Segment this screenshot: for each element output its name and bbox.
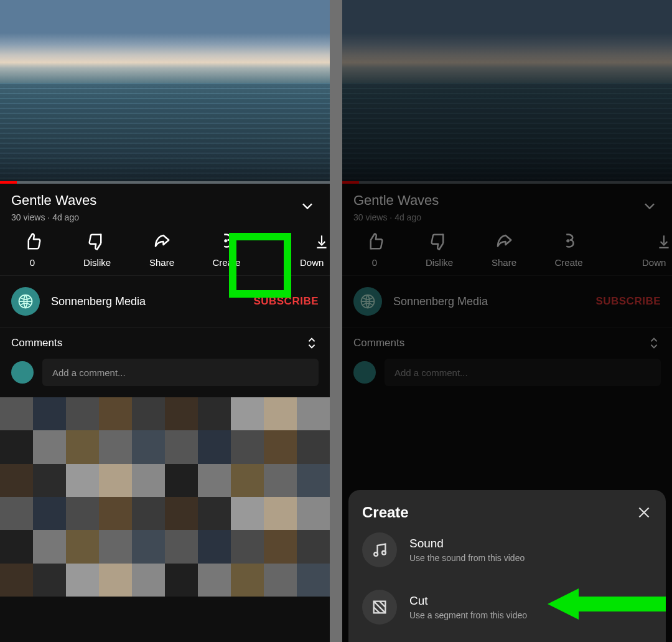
video-age: 4d ago [52,212,79,222]
phone-right: Gentle Waves 30 views · 4d ago 0 Dislike [342,0,672,642]
phone-left: Gentle Waves 30 views · 4d ago 0 Dislike [0,0,330,642]
dislike-button[interactable]: Dislike [65,231,129,268]
download-button[interactable]: Down [310,231,330,268]
create-label: Create [212,257,240,268]
channel-row[interactable]: Sonnenberg Media SUBSCRIBE [0,275,330,327]
create-button[interactable]: Create [194,231,259,268]
sheet-item-title: Sound [409,537,525,550]
subscribe-button[interactable]: SUBSCRIBE [253,295,319,308]
svg-line-8 [374,607,380,613]
comments-heading: Comments [11,337,305,349]
video-subtitle: 30 views · 4d ago [11,212,319,222]
expand-chevron-icon[interactable] [299,197,316,215]
cut-icon [362,590,397,625]
sheet-item-title: Cut [409,594,527,608]
video-thumbnail-art [0,83,330,184]
like-button[interactable]: 0 [0,231,65,268]
music-note-icon [362,532,397,567]
video-player[interactable] [0,0,330,184]
close-icon[interactable] [636,504,652,521]
download-label: Down [300,257,324,268]
action-bar: 0 Dislike Share Create [0,227,330,275]
share-label: Share [149,257,174,268]
channel-avatar[interactable] [11,287,40,316]
video-meta: Gentle Waves 30 views · 4d ago [0,184,330,227]
sheet-item-cut[interactable]: Cut Use a segment from this video [362,578,652,636]
expand-collapse-icon[interactable] [305,336,319,350]
sheet-title: Create [362,504,636,521]
share-button[interactable]: Share [129,231,194,268]
comments-header[interactable]: Comments [0,327,330,355]
video-views: 30 views [11,212,45,222]
sheet-item-sound[interactable]: Sound Use the sound from this video [362,521,652,578]
svg-line-9 [380,602,385,607]
channel-name[interactable]: Sonnenberg Media [51,295,242,308]
user-avatar[interactable] [11,361,34,384]
like-count: 0 [30,257,35,268]
download-icon [314,231,330,252]
subtitle-sep: · [45,212,52,222]
thumbs-down-icon [88,231,106,252]
video-title: Gentle Waves [11,192,319,209]
create-bottom-sheet: Create Sound Use the sound from this vid… [348,490,666,642]
sheet-item-subtitle: Use a segment from this video [409,610,527,620]
thumbs-up-icon [23,231,42,252]
shorts-create-icon [217,231,236,252]
comment-input[interactable]: Add a comment... [42,359,319,386]
svg-point-4 [374,552,378,556]
share-icon [152,231,171,252]
comment-input-row: Add a comment... [0,355,330,397]
svg-point-5 [382,551,386,555]
dislike-label: Dislike [83,257,111,268]
svg-line-7 [374,602,386,613]
next-video-mosaic[interactable] [0,397,330,597]
sheet-item-subtitle: Use the sound from this video [409,553,525,563]
